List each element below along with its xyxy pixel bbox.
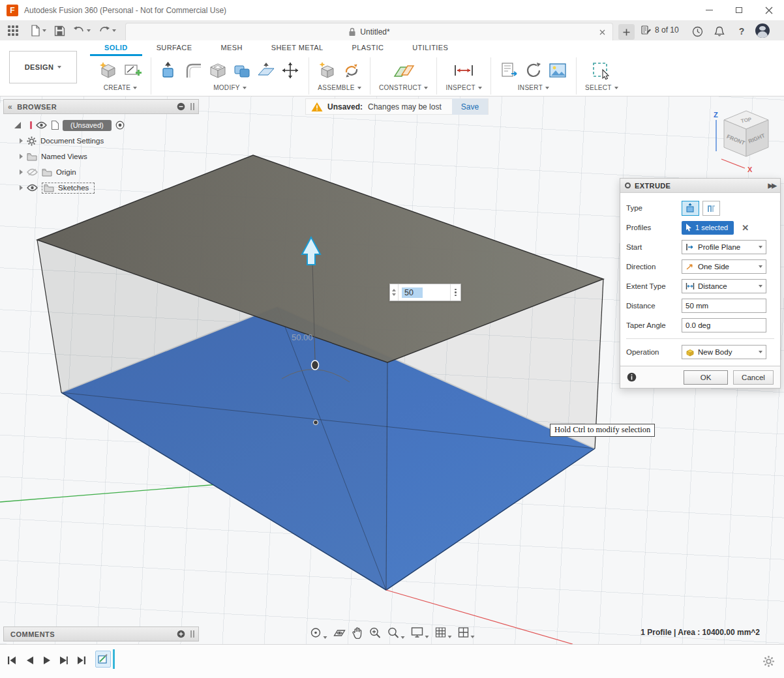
group-assemble-menu[interactable]: ASSEMBLE: [318, 84, 361, 91]
file-menu-button[interactable]: [26, 22, 50, 39]
panel-minimize-icon[interactable]: [177, 102, 185, 111]
history-button[interactable]: [690, 25, 704, 38]
type-thin-extrude-button[interactable]: [702, 201, 720, 216]
operation-dropdown[interactable]: New Body: [682, 345, 766, 359]
notifications-button[interactable]: [712, 25, 727, 38]
undo-button[interactable]: [69, 22, 95, 39]
skip-to-start-button[interactable]: [7, 655, 17, 666]
extrude-distance-input[interactable]: 50: [389, 284, 461, 301]
step-forward-button[interactable]: [59, 655, 68, 666]
timeline-sketch-feature[interactable]: [95, 651, 111, 668]
start-dropdown[interactable]: Profile Plane: [682, 240, 766, 254]
spinner-up-icon[interactable]: [392, 289, 396, 291]
maximize-button[interactable]: [724, 0, 754, 20]
viewports-button[interactable]: [458, 626, 475, 638]
save-document-button[interactable]: Save: [452, 98, 488, 115]
taper-angle-input[interactable]: 0.0 deg: [682, 318, 766, 332]
select-button[interactable]: [591, 61, 612, 80]
panel-expand-icon[interactable]: [177, 630, 185, 638]
timeline-settings-button[interactable]: [762, 655, 775, 668]
tab-solid[interactable]: SOLID: [90, 42, 142, 56]
browser-item-document-settings[interactable]: Document Settings: [5, 133, 198, 149]
expand-caret-icon[interactable]: [20, 185, 23, 190]
display-settings-button[interactable]: [411, 626, 429, 638]
visibility-eye-icon[interactable]: [36, 121, 47, 129]
view-cube[interactable]: Z TOP FRONT RIGHT X: [702, 104, 780, 175]
value-spinner[interactable]: [390, 284, 399, 301]
document-tab[interactable]: Untitled*: [125, 23, 613, 40]
browser-root-row[interactable]: (Unsaved): [5, 117, 198, 133]
profiles-selection-chip[interactable]: 1 selected: [682, 221, 734, 235]
group-construct-menu[interactable]: CONSTRUCT: [379, 84, 428, 91]
panel-grip[interactable]: [190, 630, 194, 638]
redo-button[interactable]: [95, 22, 120, 39]
expand-caret-icon[interactable]: [20, 138, 23, 143]
workspace-selector[interactable]: DESIGN: [9, 51, 77, 83]
play-button[interactable]: [42, 655, 51, 666]
insert-canvas-button[interactable]: [548, 61, 567, 80]
distance-value-text[interactable]: 50: [402, 287, 423, 298]
tab-close-button[interactable]: [597, 27, 607, 37]
tab-sheet-metal[interactable]: SHEET METAL: [257, 42, 338, 56]
minimize-button[interactable]: [694, 0, 724, 20]
extent-type-dropdown[interactable]: Distance: [682, 279, 766, 293]
combine-button[interactable]: [232, 61, 252, 80]
ok-button[interactable]: OK: [684, 370, 728, 385]
tab-plastic[interactable]: PLASTIC: [338, 42, 399, 56]
model-viewport[interactable]: 50.00 « BROWSER (Unsaved) Document Setti…: [0, 96, 784, 644]
visibility-off-eye-icon[interactable]: [27, 168, 38, 176]
browser-item-named-views[interactable]: Named Views: [5, 149, 198, 164]
group-select-menu[interactable]: SELECT: [585, 84, 618, 91]
group-inspect-menu[interactable]: INSPECT: [445, 84, 481, 91]
insert-mcmaster-button[interactable]: [500, 61, 519, 80]
extrude-dialog-header[interactable]: EXTRUDE ▶▶: [620, 179, 780, 193]
pan-button[interactable]: [352, 626, 363, 639]
browser-item-origin[interactable]: Origin: [5, 164, 198, 180]
browser-panel-header[interactable]: « BROWSER: [3, 99, 199, 114]
activate-radio-icon[interactable]: [115, 121, 125, 130]
group-create-menu[interactable]: CREATE: [104, 84, 138, 91]
clear-selection-icon[interactable]: ✕: [742, 223, 749, 233]
new-component-button[interactable]: [318, 61, 337, 80]
job-status[interactable]: 8 of 10: [641, 25, 679, 35]
value-options-handle[interactable]: [450, 284, 460, 301]
offset-face-button[interactable]: [256, 61, 276, 80]
expand-caret-icon[interactable]: [20, 170, 23, 175]
document-root-label[interactable]: (Unsaved): [63, 120, 112, 131]
spinner-down-icon[interactable]: [392, 293, 396, 296]
distance-input[interactable]: 50 mm: [682, 299, 766, 313]
zoom-button[interactable]: [369, 626, 382, 639]
move-copy-button[interactable]: [280, 61, 300, 80]
comments-panel-header[interactable]: COMMENTS: [3, 626, 199, 641]
new-tab-button[interactable]: [618, 24, 635, 40]
info-icon[interactable]: [627, 372, 637, 382]
tab-utilities[interactable]: UTILITIES: [398, 42, 462, 56]
dialog-expand-icon[interactable]: ▶▶: [768, 182, 776, 189]
help-button[interactable]: ?: [734, 25, 749, 38]
orbit-button[interactable]: [310, 626, 327, 639]
expand-caret-icon[interactable]: [20, 154, 23, 159]
manipulator-origin-handle[interactable]: [312, 361, 319, 370]
collapse-panel-icon[interactable]: «: [8, 102, 12, 111]
construct-plane-button[interactable]: [393, 61, 415, 80]
tab-mesh[interactable]: MESH: [206, 42, 256, 56]
create-sketch-button[interactable]: [123, 61, 142, 80]
shell-button[interactable]: [208, 61, 228, 80]
group-modify-menu[interactable]: MODIFY: [213, 84, 247, 91]
timeline-position-marker[interactable]: [113, 649, 115, 669]
type-extrude-button[interactable]: [682, 201, 699, 216]
panel-grip[interactable]: [190, 103, 194, 110]
look-at-button[interactable]: [333, 626, 346, 638]
press-pull-button[interactable]: [160, 61, 179, 80]
tab-surface[interactable]: SURFACE: [142, 42, 207, 56]
skip-to-end-button[interactable]: [76, 655, 87, 666]
fillet-button[interactable]: [184, 61, 204, 80]
browser-item-sketches[interactable]: Sketches: [5, 180, 198, 196]
group-insert-menu[interactable]: INSERT: [518, 84, 549, 91]
app-grid-button[interactable]: [0, 22, 26, 39]
direction-dropdown[interactable]: One Side: [682, 259, 766, 274]
new-solid-button[interactable]: [98, 61, 118, 80]
cancel-button[interactable]: Cancel: [733, 370, 774, 385]
visibility-eye-icon[interactable]: [27, 184, 38, 192]
joint-button[interactable]: [342, 61, 361, 80]
